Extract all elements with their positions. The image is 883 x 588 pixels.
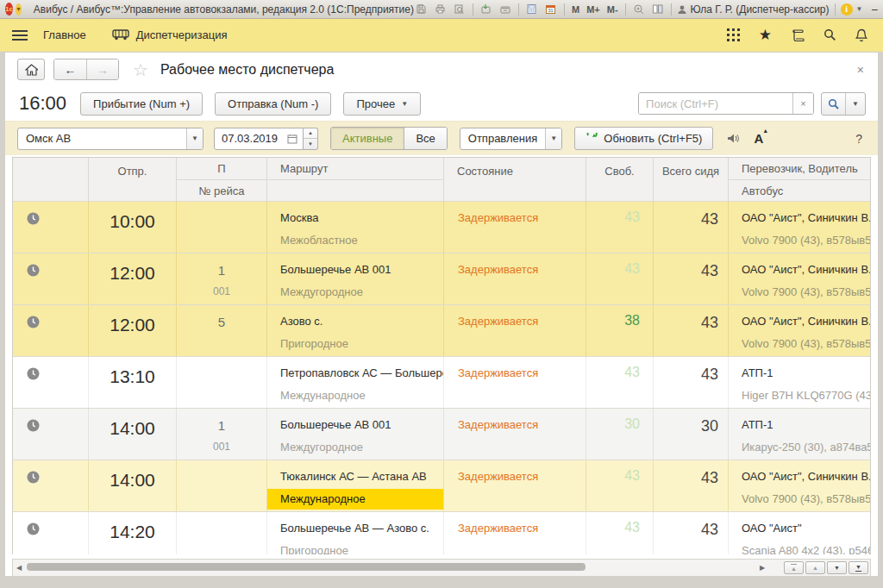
calendar-icon[interactable]	[287, 134, 297, 144]
menu-dispatch[interactable]: Диспетчеризация	[112, 28, 228, 41]
table-row[interactable]: 14:00 1001 Большеречье АВ 001Междугородн…	[13, 408, 870, 460]
app-window: 1с ▼ Авибус / Авибус™:Управление автовок…	[0, 0, 883, 588]
arrival-button[interactable]: Прибытие (Num +)	[80, 92, 203, 116]
memory-m-minus-button[interactable]: M-	[605, 4, 620, 15]
print-preview-icon[interactable]	[452, 3, 467, 16]
menu-main[interactable]: Главное	[43, 28, 86, 41]
1c-app-icon[interactable]: 1с	[5, 3, 13, 16]
client-area: ← → ☆ Рабочее место диспетчера × 16:00 П…	[0, 53, 883, 588]
hamburger-menu-icon[interactable]	[12, 30, 28, 41]
chevron-down-icon[interactable]: ▼	[545, 128, 561, 149]
bus-icon	[112, 29, 129, 41]
clock-icon	[27, 264, 40, 277]
table-row[interactable]: 14:20 Большеречье АВ — Азово с.Пригородн…	[13, 511, 870, 554]
search-input[interactable]	[639, 93, 792, 114]
zoom-icon[interactable]	[631, 3, 647, 16]
col-platform[interactable]: П№ рейса	[177, 158, 267, 201]
nav-row: ← → ☆ Рабочее место диспетчера ×	[5, 53, 878, 86]
date-input[interactable]	[222, 132, 282, 145]
col-icon[interactable]	[13, 158, 89, 201]
carrier-driver: ОАО "Аист", Синичкин В.	[729, 261, 870, 276]
split-view-icon[interactable]	[650, 3, 666, 16]
memory-m-button[interactable]: M	[570, 4, 581, 15]
command-bar: 16:00 Прибытие (Num +) Отправка (Num -) …	[5, 86, 878, 121]
info-icon[interactable]: i	[841, 3, 853, 16]
table-row[interactable]: 12:00 1001 Большеречье АВ 001Междугородн…	[13, 253, 870, 304]
font-size-icon[interactable]: A▲	[754, 131, 763, 146]
table-row-selected[interactable]: 14:00 Тюкалинск АС — Астана АВМеждународ…	[13, 460, 870, 511]
scroll-to-top-button[interactable]: ▲	[784, 561, 804, 574]
departure-button[interactable]: Отправка (Num -)	[215, 92, 331, 116]
print-icon[interactable]	[433, 3, 448, 16]
horizontal-scrollbar[interactable]: ◀ ▶ ▲ ▲ ▼ ▼	[12, 559, 871, 576]
table-row[interactable]: 10:00 МоскваМежобластное Задерживается 4…	[13, 201, 870, 253]
carrier-driver: ОАО "Аист", Синичкин В.	[729, 468, 870, 483]
memory-m-plus-button[interactable]: M+	[585, 4, 602, 15]
info-dropdown-icon[interactable]: ▼	[856, 5, 863, 13]
save-link-icon[interactable]	[479, 3, 494, 16]
col-status[interactable]: Состояние	[444, 158, 586, 201]
direction-select[interactable]: Отправления ▼	[460, 128, 562, 150]
filter-active-button[interactable]: Активные	[331, 128, 404, 149]
clear-search-button[interactable]: ×	[792, 93, 813, 114]
more-button[interactable]: Прочее ▼	[343, 92, 421, 116]
divider	[671, 3, 672, 16]
refresh-icon	[586, 133, 598, 145]
home-button[interactable]	[17, 59, 45, 80]
bus-info: Икарус-250 (30), а874ва55	[729, 441, 870, 454]
active-all-toggle: Активные Все	[330, 127, 448, 150]
date-stepper[interactable]: ▲▼	[304, 128, 318, 150]
col-total-seats[interactable]: Всего сидя	[654, 158, 729, 201]
notifications-bell-icon[interactable]	[855, 28, 867, 42]
table-row[interactable]: 12:00 5 Азово с.Пригородное Задерживаетс…	[13, 304, 870, 356]
current-user[interactable]: Юла Г. Р. (Диспетчер-кассир)	[677, 3, 830, 16]
filter-all-button[interactable]: Все	[404, 128, 446, 149]
route-name: Азово с.	[267, 313, 443, 328]
route-type: Пригородное	[267, 544, 443, 554]
calendar-icon[interactable]: 31	[543, 3, 559, 16]
scroll-up-button[interactable]: ▲	[805, 561, 825, 574]
scroll-left-arrow[interactable]: ◀	[13, 564, 25, 572]
clock-icon	[27, 367, 40, 380]
favorite-star-icon[interactable]: ☆	[133, 59, 148, 80]
minimize-button[interactable]: –	[866, 3, 883, 16]
refresh-button[interactable]: Обновить (Ctrl+F5)	[574, 127, 713, 150]
table-row[interactable]: 13:10 Петропавловск АС — Большеречь...Ме…	[13, 356, 870, 408]
search-options-dropdown[interactable]: ▼	[845, 93, 865, 115]
system-menu-icon[interactable]: ▼	[16, 3, 22, 16]
col-free[interactable]: Своб.	[586, 158, 654, 201]
get-link-icon[interactable]	[498, 3, 513, 16]
scroll-down-button[interactable]: ▼	[827, 561, 847, 574]
history-icon[interactable]	[791, 28, 805, 42]
main-menubar: Главное Диспетчеризация ★	[0, 19, 883, 52]
close-page-button[interactable]: ×	[852, 63, 869, 77]
status-label: Задерживается	[444, 210, 586, 224]
route-name: Большеречье АВ — Азово с.	[267, 520, 443, 535]
status-label: Задерживается	[444, 468, 586, 483]
col-departure[interactable]: Отпр.	[89, 158, 177, 201]
station-select[interactable]: Омск АВ ▼	[17, 128, 204, 150]
scroll-right-arrow[interactable]: ▶	[756, 564, 768, 572]
run-search-button[interactable]: ▼	[821, 92, 866, 116]
col-carrier[interactable]: Перевозчик, ВодительАвтобус	[729, 158, 870, 201]
calculator-icon[interactable]	[524, 3, 540, 16]
status-label: Задерживается	[444, 261, 586, 276]
route-type: Пригородное	[267, 337, 443, 350]
sound-icon[interactable]	[727, 133, 740, 144]
step-down-icon: ▼	[304, 139, 317, 149]
divider	[473, 3, 473, 16]
favorites-icon[interactable]: ★	[759, 28, 772, 42]
forward-button[interactable]: →	[86, 59, 118, 79]
search-icon[interactable]	[824, 28, 836, 41]
service-menu-icon[interactable]	[727, 28, 740, 41]
scroll-to-bottom-button[interactable]: ▼	[849, 561, 868, 574]
bus-info: Volvo 7900 (43), в578ыв55	[729, 492, 870, 505]
status-label: Задерживается	[444, 365, 586, 379]
save-icon[interactable]	[414, 3, 429, 16]
back-button[interactable]: ←	[54, 59, 86, 79]
scrollbar-track[interactable]	[25, 560, 756, 576]
chevron-down-icon[interactable]: ▼	[186, 128, 203, 149]
scrollbar-thumb[interactable]	[27, 563, 586, 571]
help-button[interactable]: ?	[855, 132, 866, 146]
col-route[interactable]: Маршрут	[267, 158, 444, 201]
